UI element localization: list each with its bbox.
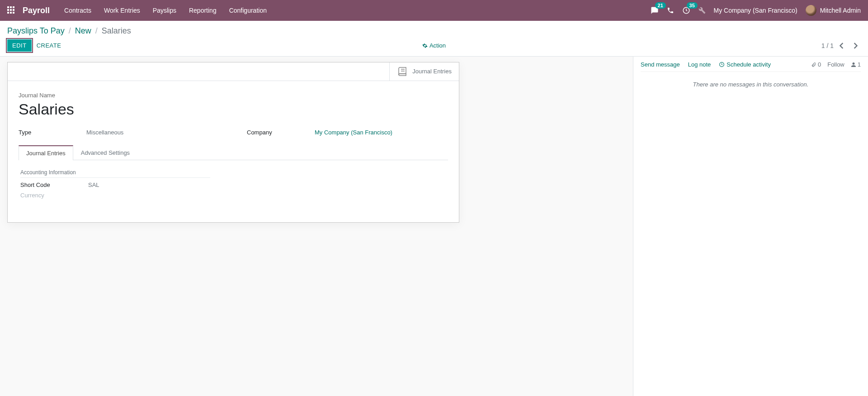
followers-button[interactable]: 1 (851, 61, 861, 68)
company-value[interactable]: My Company (San Francisco) (315, 129, 392, 136)
schedule-activity-button[interactable]: Schedule activity (719, 61, 771, 68)
stat-label: Journal Entries (412, 68, 452, 75)
phone-icon[interactable] (667, 7, 674, 14)
menu-contracts[interactable]: Contracts (64, 7, 91, 14)
chevron-left-icon (840, 43, 844, 49)
type-value: Miscellaneous (86, 129, 123, 136)
pager: 1 / 1 (821, 40, 861, 51)
clock-icon (719, 62, 725, 67)
chatter: Send message Log note Schedule activity … (633, 57, 868, 396)
messages-badge: 21 (655, 2, 666, 9)
edit-button[interactable]: Edit (7, 39, 32, 52)
tab-advanced-settings[interactable]: Advanced Settings (73, 145, 137, 160)
pager-next[interactable] (850, 40, 861, 51)
create-button[interactable]: Create (32, 39, 66, 52)
pager-text: 1 / 1 (821, 42, 834, 49)
breadcrumb-current: Salaries (102, 26, 131, 35)
paperclip-icon (811, 62, 816, 68)
tab-journal-entries[interactable]: Journal Entries (19, 145, 73, 160)
chatter-empty: There are no messages in this conversati… (641, 72, 861, 97)
journal-name-value: Salaries (19, 100, 448, 118)
journal-name-label: Journal Name (19, 92, 448, 99)
tab-content: Accounting Information Short Code SAL Cu… (19, 160, 448, 211)
menu-reporting[interactable]: Reporting (189, 7, 217, 14)
attachments-button[interactable]: 0 (811, 61, 821, 68)
app-brand[interactable]: Payroll (23, 6, 50, 15)
messages-icon[interactable]: 21 (651, 6, 659, 14)
form-view: Journal Entries Journal Name Salaries Ty… (0, 57, 633, 396)
follow-button[interactable]: Follow (827, 61, 844, 68)
avatar-icon (806, 5, 816, 16)
tabs: Journal Entries Advanced Settings (19, 145, 448, 160)
breadcrumb-link-2[interactable]: New (75, 26, 91, 35)
chevron-right-icon (853, 43, 858, 49)
company-label: Company (247, 129, 315, 136)
stat-journal-entries[interactable]: Journal Entries (389, 62, 459, 81)
send-message-button[interactable]: Send message (641, 61, 680, 68)
menu-payslips[interactable]: Payslips (153, 7, 176, 14)
top-navbar: Payroll Contracts Work Entries Payslips … (0, 0, 868, 21)
action-dropdown[interactable]: Action (422, 42, 446, 49)
section-accounting-info: Accounting Information (20, 169, 210, 178)
apps-icon[interactable] (7, 6, 15, 14)
breadcrumb: Payslips To Pay / New / Salaries (7, 26, 861, 36)
log-note-button[interactable]: Log note (688, 61, 711, 68)
stat-button-box: Journal Entries (8, 62, 459, 81)
activities-icon[interactable]: 35 (682, 6, 690, 14)
type-label: Type (19, 129, 86, 136)
gear-icon (422, 43, 428, 48)
short-code-value: SAL (88, 181, 99, 188)
main-menu: Contracts Work Entries Payslips Reportin… (64, 7, 267, 14)
currency-label: Currency (20, 192, 88, 199)
menu-configuration[interactable]: Configuration (229, 7, 267, 14)
user-menu[interactable]: Mitchell Admin (806, 5, 861, 16)
activities-badge: 35 (687, 2, 698, 9)
pager-prev[interactable] (836, 40, 847, 51)
person-icon (851, 62, 856, 67)
company-switcher[interactable]: My Company (San Francisco) (714, 7, 797, 14)
user-name: Mitchell Admin (820, 7, 861, 14)
control-panel: Payslips To Pay / New / Salaries Edit Cr… (0, 21, 868, 57)
book-icon (397, 66, 408, 77)
breadcrumb-link-1[interactable]: Payslips To Pay (7, 26, 65, 35)
short-code-label: Short Code (20, 181, 88, 188)
debug-icon[interactable] (698, 7, 706, 14)
menu-work-entries[interactable]: Work Entries (104, 7, 140, 14)
